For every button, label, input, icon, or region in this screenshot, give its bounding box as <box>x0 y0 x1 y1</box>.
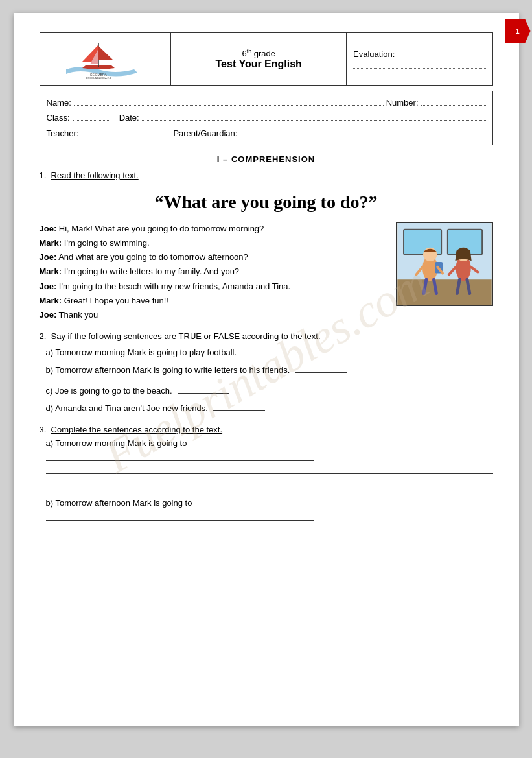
illustration <box>396 222 493 306</box>
dialogue-line-2: Mark: I'm going to swimming. <box>40 236 338 250</box>
title-cell: 6th grade Test Your English <box>171 33 347 86</box>
page: 1 Fuelprintables.com <box>14 13 519 726</box>
logo-cell: SESIMBRA ESCOLA BÁSICA 2.3 <box>40 33 171 86</box>
q1-label: 1. Read the following text. <box>40 171 493 180</box>
question-3: 3. Complete the sentences according to t… <box>40 425 493 521</box>
complete-item-b: b) Tomorrow afternoon Mark is going to <box>46 498 493 521</box>
guardian-field[interactable] <box>240 127 485 136</box>
dialogue-line-1: Joe: Hi, Mark! What are you going to do … <box>40 222 338 236</box>
tf-answer-a[interactable] <box>242 346 294 355</box>
page-number-badge: 1 <box>505 19 531 43</box>
q3-label: 3. Complete the sentences according to t… <box>40 425 493 434</box>
evaluation-label: Evaluation: <box>353 49 486 59</box>
dialogue-line-5: Joe: I'm going to the beach with my new … <box>40 279 338 294</box>
test-title: Test Your English <box>178 58 340 70</box>
tf-item-d: d) Amanda and Tina aren't Joe new friend… <box>46 401 493 417</box>
number-field[interactable] <box>421 97 486 106</box>
tf-answer-b[interactable] <box>295 364 347 373</box>
answer-line-a2[interactable] <box>46 464 493 474</box>
evaluation-field <box>353 68 486 69</box>
class-row: Class: Date: <box>47 110 486 125</box>
dialogue-line-3: Joe: And what are you going to do tomorr… <box>40 250 338 265</box>
tf-list: a) Tomorrow morning Mark is going to pla… <box>46 345 493 417</box>
tf-answer-c[interactable] <box>178 385 229 394</box>
reading-title: “What are you going to do?” <box>40 192 493 213</box>
grade-line: 6th grade <box>178 48 340 58</box>
name-row: Name: Number: <box>47 95 486 110</box>
question-2: 2. Say if the following sentences are TR… <box>40 331 493 417</box>
teacher-label: Teacher: <box>47 126 79 141</box>
dialogue-line-4: Mark: I'm going to write letters to my f… <box>40 265 338 279</box>
dialogue-text: Joe: Hi, Mark! What are you going to do … <box>40 222 338 322</box>
class-label: Class: <box>47 110 70 125</box>
date-label: Date: <box>119 110 139 125</box>
header-table: SESIMBRA ESCOLA BÁSICA 2.3 6th grade Tes… <box>40 32 493 86</box>
complete-item-a: a) Tomorrow morning Mark is going to – <box>46 438 493 486</box>
complete-list: a) Tomorrow morning Mark is going to – b… <box>46 438 493 521</box>
teacher-row: Teacher: Parent/Guardian: <box>47 126 486 141</box>
dialogue-wrap: Joe: Hi, Mark! What are you going to do … <box>40 222 493 322</box>
dialogue-line-7: Joe: Thank you <box>40 308 338 322</box>
tf-item-a: a) Tomorrow morning Mark is going to pla… <box>46 345 493 361</box>
teacher-field[interactable] <box>81 127 165 136</box>
svg-text:ESCOLA BÁSICA 2.3: ESCOLA BÁSICA 2.3 <box>86 77 111 79</box>
illustration-svg <box>397 223 492 305</box>
name-field[interactable] <box>74 97 384 106</box>
guardian-label: Parent/Guardian: <box>173 126 237 141</box>
svg-rect-6 <box>397 279 491 305</box>
tf-answer-d[interactable] <box>213 402 265 411</box>
evaluation-cell: Evaluation: <box>347 33 493 86</box>
dialogue-line-6: Mark: Great! I hope you have fun!! <box>40 294 338 308</box>
school-logo: SESIMBRA ESCOLA BÁSICA 2.3 <box>63 37 147 79</box>
student-info-box: Name: Number: Class: Date: Teacher: Pare… <box>40 91 493 145</box>
q2-label: 2. Say if the following sentences are TR… <box>40 331 493 341</box>
name-label: Name: <box>47 95 71 110</box>
tf-item-c: c) Joe is going to go to the beach. <box>46 383 493 399</box>
question-1: 1. Read the following text. “What are yo… <box>40 171 493 322</box>
tf-item-b: b) Tomorrow afternoon Mark is going to w… <box>46 362 493 379</box>
section-heading: I – COMPREHENSION <box>40 154 493 164</box>
date-field[interactable] <box>142 112 486 121</box>
number-label: Number: <box>386 95 419 110</box>
answer-line-b1[interactable] <box>46 510 314 521</box>
class-field[interactable] <box>73 112 111 121</box>
answer-line-a1[interactable] <box>46 451 314 461</box>
